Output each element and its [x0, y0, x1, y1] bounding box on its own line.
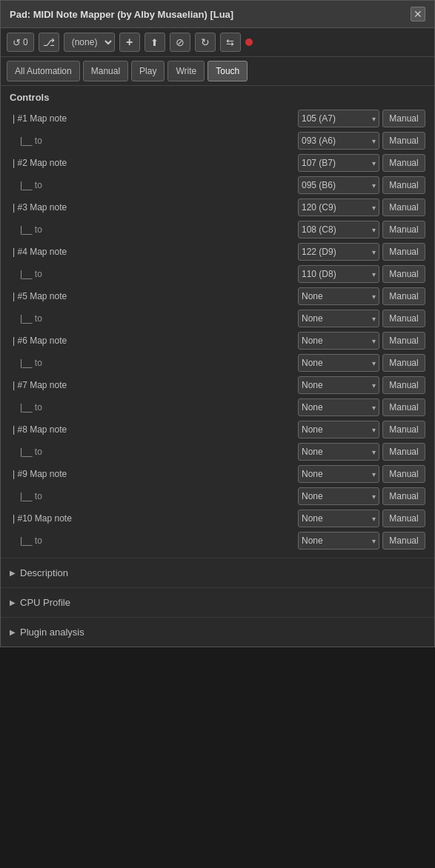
map-note-label: | #9 Map note	[10, 469, 298, 479]
note-select-dropdown[interactable]: None▾	[298, 354, 379, 372]
export-button[interactable]: ⬆	[145, 33, 165, 52]
map-note-label: | #4 Map note	[10, 247, 298, 257]
power-icon: ↻	[201, 36, 210, 48]
note-select-dropdown[interactable]: None▾	[298, 487, 379, 505]
reset-button[interactable]: ↺ 0	[7, 33, 34, 52]
note-select-dropdown[interactable]: 108 (C8)▾	[298, 221, 379, 238]
map-note-label: | #8 Map note	[10, 424, 298, 435]
mode-button[interactable]: Manual	[382, 176, 425, 194]
note-select-dropdown[interactable]: None▾	[298, 310, 379, 327]
branch-icon: ⎇	[43, 36, 55, 48]
mode-button[interactable]: Manual	[382, 243, 425, 261]
table-row: | #5 Map noteNone▾Manual	[10, 285, 425, 307]
mode-button[interactable]: Manual	[382, 265, 425, 283]
preset-select[interactable]: (none)	[64, 33, 115, 52]
mode-button[interactable]: Manual	[382, 376, 425, 394]
mode-button[interactable]: Manual	[382, 487, 425, 505]
toolbar: ↺ 0 ⎇ (none) + ⬆ ⊘ ↻ ⇆	[1, 28, 434, 57]
note-value: 093 (A6)	[302, 136, 336, 146]
export-icon: ⬆	[150, 37, 159, 48]
mode-button[interactable]: Manual	[382, 510, 425, 527]
automation-bar: All Automation Manual Play Write Touch	[1, 57, 434, 86]
note-select-dropdown[interactable]: 093 (A6)▾	[298, 132, 379, 150]
note-select-dropdown[interactable]: 107 (B7)▾	[298, 154, 379, 172]
mode-button[interactable]: Manual	[382, 443, 425, 461]
play-automation-button[interactable]: Play	[131, 61, 165, 81]
collapsible-header-0[interactable]: ▶Description	[10, 564, 425, 581]
control-right-group: 122 (D9)▾Manual	[298, 243, 425, 261]
branch-button[interactable]: ⎇	[39, 33, 59, 52]
collapsible-label: CPU Profile	[20, 597, 70, 608]
note-select-dropdown[interactable]: None▾	[298, 443, 379, 461]
add-button[interactable]: +	[119, 33, 140, 52]
chevron-down-icon: ▾	[372, 381, 376, 390]
mode-button[interactable]: Manual	[382, 310, 425, 327]
mode-button[interactable]: Manual	[382, 421, 425, 438]
table-row: |__ to110 (D8)▾Manual	[10, 263, 425, 285]
controls-title: Controls	[10, 92, 425, 103]
mode-button[interactable]: Manual	[382, 398, 425, 416]
reset-icon: ↺	[13, 37, 21, 48]
table-row: |__ to093 (A6)▾Manual	[10, 130, 425, 152]
to-label: |__ to	[10, 224, 298, 235]
note-select-dropdown[interactable]: None▾	[298, 376, 379, 394]
to-label: |__ to	[10, 136, 298, 146]
all-automation-button[interactable]: All Automation	[7, 61, 80, 81]
mode-button[interactable]: Manual	[382, 465, 425, 483]
swap-button[interactable]: ⇆	[220, 33, 241, 52]
note-select-dropdown[interactable]: 122 (D9)▾	[298, 243, 379, 261]
chevron-down-icon: ▾	[372, 426, 376, 434]
note-select-dropdown[interactable]: None▾	[298, 465, 379, 483]
window-title: Pad: MIDI Note Mapper (by Alby Musaelian…	[10, 9, 233, 20]
collapsible-header-2[interactable]: ▶Plugin analysis	[10, 624, 425, 641]
note-value: 120 (C9)	[302, 202, 336, 213]
touch-automation-button[interactable]: Touch	[207, 61, 248, 81]
control-right-group: None▾Manual	[298, 376, 425, 394]
to-label: |__ to	[10, 269, 298, 279]
note-select-dropdown[interactable]: None▾	[298, 398, 379, 416]
control-right-group: None▾Manual	[298, 487, 425, 505]
chevron-down-icon: ▾	[372, 293, 376, 301]
note-select-dropdown[interactable]: None▾	[298, 287, 379, 305]
note-value: 108 (C8)	[302, 224, 336, 235]
collapsibles-container: ▶Description▶CPU Profile▶Plugin analysis	[1, 558, 434, 647]
note-select-dropdown[interactable]: None▾	[298, 510, 379, 527]
bypass-button[interactable]: ⊘	[170, 33, 190, 52]
chevron-down-icon: ▾	[372, 159, 376, 167]
chevron-down-icon: ▾	[372, 226, 376, 234]
mode-button[interactable]: Manual	[382, 221, 425, 238]
chevron-down-icon: ▾	[372, 493, 376, 501]
power-button[interactable]: ↻	[195, 33, 216, 52]
note-select-dropdown[interactable]: None▾	[298, 421, 379, 438]
note-select-dropdown[interactable]: 095 (B6)▾	[298, 176, 379, 194]
plugin-window: Pad: MIDI Note Mapper (by Alby Musaelian…	[0, 0, 435, 647]
note-select-dropdown[interactable]: 120 (C9)▾	[298, 198, 379, 216]
mode-button[interactable]: Manual	[382, 354, 425, 372]
mode-button[interactable]: Manual	[382, 532, 425, 550]
note-select-dropdown[interactable]: None▾	[298, 332, 379, 350]
collapsible-header-1[interactable]: ▶CPU Profile	[10, 594, 425, 611]
mode-button[interactable]: Manual	[382, 132, 425, 150]
control-right-group: 093 (A6)▾Manual	[298, 132, 425, 150]
table-row: | #8 Map noteNone▾Manual	[10, 418, 425, 441]
to-label: |__ to	[10, 402, 298, 413]
control-right-group: None▾Manual	[298, 354, 425, 372]
map-note-label: | #5 Map note	[10, 291, 298, 301]
mode-button[interactable]: Manual	[382, 287, 425, 305]
close-button[interactable]: ✕	[411, 7, 425, 21]
mode-button[interactable]: Manual	[382, 154, 425, 172]
map-note-label: | #10 Map note	[10, 513, 298, 524]
manual-automation-button[interactable]: Manual	[83, 61, 128, 81]
collapsible-section-2: ▶Plugin analysis	[1, 617, 434, 647]
note-select-dropdown[interactable]: None▾	[298, 532, 379, 550]
mode-button[interactable]: Manual	[382, 332, 425, 350]
bypass-icon: ⊘	[176, 36, 185, 48]
control-right-group: 108 (C8)▾Manual	[298, 221, 425, 238]
table-row: | #7 Map noteNone▾Manual	[10, 374, 425, 396]
write-automation-button[interactable]: Write	[167, 61, 205, 81]
mode-button[interactable]: Manual	[382, 110, 425, 127]
control-right-group: None▾Manual	[298, 310, 425, 327]
note-select-dropdown[interactable]: 105 (A7)▾	[298, 110, 379, 127]
note-select-dropdown[interactable]: 110 (D8)▾	[298, 265, 379, 283]
mode-button[interactable]: Manual	[382, 198, 425, 216]
